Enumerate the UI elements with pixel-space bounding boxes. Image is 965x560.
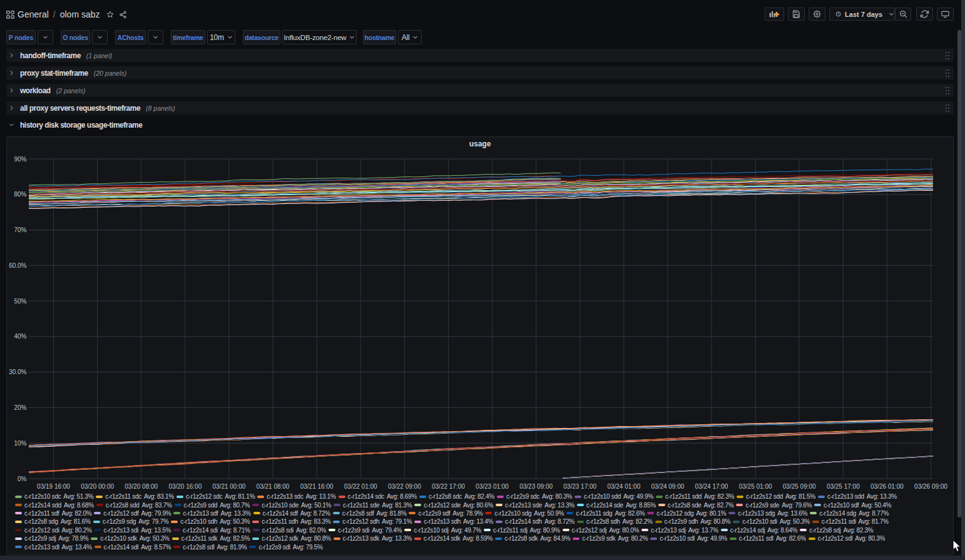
svg-text:03/24 09:00: 03/24 09:00	[651, 483, 684, 490]
svg-text:03/22 17:00: 03/22 17:00	[432, 483, 465, 490]
svg-text:usage: usage	[469, 140, 491, 148]
svg-text:03/23 01:00: 03/23 01:00	[476, 483, 509, 490]
svg-text:03/23 17:00: 03/23 17:00	[563, 483, 596, 490]
svg-text:03/24 01:00: 03/24 01:00	[607, 483, 640, 490]
svg-text:03/21 00:00: 03/21 00:00	[212, 483, 245, 490]
svg-text:03/22 01:00: 03/22 01:00	[344, 483, 377, 490]
svg-text:03/25 01:00: 03/25 01:00	[739, 483, 772, 490]
svg-text:80%: 80%	[14, 191, 26, 198]
svg-text:03/26 09:00: 03/26 09:00	[914, 483, 947, 490]
svg-text:03/20 08:00: 03/20 08:00	[125, 483, 158, 490]
svg-text:90%: 90%	[14, 156, 26, 163]
svg-text:03/20 16:00: 03/20 16:00	[168, 483, 202, 490]
svg-text:70%: 70%	[14, 227, 26, 233]
svg-text:03/21 08:00: 03/21 08:00	[257, 483, 290, 490]
svg-text:50%: 50%	[14, 298, 26, 305]
svg-text:03/21 16:00: 03/21 16:00	[300, 483, 334, 490]
svg-text:30.0%: 30.0%	[9, 369, 26, 375]
svg-text:03/26 01:00: 03/26 01:00	[871, 483, 904, 490]
svg-text:03/23 09:00: 03/23 09:00	[519, 483, 553, 490]
svg-text:03/25 17:00: 03/25 17:00	[827, 483, 860, 490]
svg-text:03/20 00:00: 03/20 00:00	[81, 483, 114, 490]
svg-text:20%: 20%	[14, 404, 26, 411]
svg-text:40%: 40%	[14, 333, 26, 340]
svg-text:03/19 16:00: 03/19 16:00	[37, 483, 70, 490]
svg-text:03/25 09:00: 03/25 09:00	[783, 483, 816, 490]
svg-text:03/22 09:00: 03/22 09:00	[388, 483, 421, 490]
svg-text:03/24 17:00: 03/24 17:00	[695, 483, 728, 490]
svg-text:60.0%: 60.0%	[9, 262, 26, 269]
svg-text:0%: 0%	[18, 476, 27, 482]
svg-text:10%: 10%	[14, 440, 26, 447]
